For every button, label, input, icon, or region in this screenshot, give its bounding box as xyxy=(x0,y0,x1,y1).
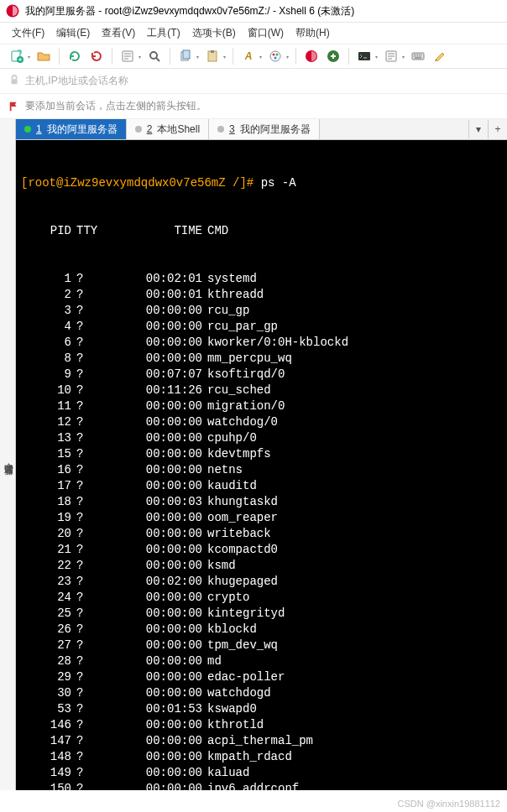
ps-cell-pid: 17 xyxy=(21,478,71,494)
session-tabs: 1 我的阿里服务器2 本地Shell3 我的阿里服务器 ▾ + xyxy=(16,119,507,140)
ps-cell-tty: ? xyxy=(71,542,110,558)
ps-row: 27?00:00:00tpm_dev_wq xyxy=(21,638,502,653)
new-session-icon[interactable] xyxy=(8,48,25,65)
prompt-user-host: [root@iZwz9evxymdqdwx0v7e56mZ /]# xyxy=(21,176,254,190)
terminal-icon[interactable] xyxy=(356,48,373,65)
tab-number: 1 xyxy=(36,123,42,135)
toolbar-separator xyxy=(59,48,60,65)
session-tab[interactable]: 2 本地Shell xyxy=(127,119,209,139)
ps-cell-cmd: kswapd0 xyxy=(202,701,257,717)
ps-cell-tty: ? xyxy=(71,494,110,510)
ps-cell-cmd: tpm_dev_wq xyxy=(202,638,278,653)
ps-row: 30?00:00:00watchdogd xyxy=(21,685,502,701)
menu-help[interactable]: 帮助(H) xyxy=(295,26,330,40)
main-panel: 1 我的阿里服务器2 本地Shell3 我的阿里服务器 ▾ + [root@iZ… xyxy=(16,119,507,790)
xftp-icon[interactable] xyxy=(325,48,342,65)
color-scheme-icon[interactable] xyxy=(267,48,284,65)
keyboard-icon[interactable] xyxy=(410,48,426,65)
search-icon[interactable] xyxy=(146,48,163,65)
paste-icon[interactable] xyxy=(204,48,221,65)
session-tab[interactable]: 1 我的阿里服务器 xyxy=(16,119,127,139)
session-tab[interactable]: 3 我的阿里服务器 xyxy=(209,119,320,139)
ps-col-tty: TTY xyxy=(71,223,110,239)
dropdown-arrow-icon[interactable]: ▾ xyxy=(28,54,30,60)
ps-cell-pid: 11 xyxy=(21,398,71,414)
ps-row: 15?00:00:00kdevtmpfs xyxy=(21,446,502,462)
ps-cell-tty: ? xyxy=(71,383,110,398)
properties-icon[interactable] xyxy=(119,48,136,65)
ps-cell-cmd: ipv6_addrconf xyxy=(202,781,299,790)
toolbar: ▾ ▾ ▾ ▾ A ▾ ▾ ▾ ▾ xyxy=(0,44,507,69)
ps-cell-time: 00:00:00 xyxy=(110,717,202,733)
workspace: 会话管理器 1 我的阿里服务器2 本地Shell3 我的阿里服务器 ▾ + [r… xyxy=(0,119,507,790)
ps-cell-pid: 148 xyxy=(21,749,71,765)
dropdown-arrow-icon[interactable]: ▾ xyxy=(375,54,378,60)
ps-cell-cmd: kblockd xyxy=(202,622,257,638)
menu-view[interactable]: 查看(V) xyxy=(102,26,135,40)
ps-cell-time: 00:01:53 xyxy=(110,701,202,717)
menu-tabs[interactable]: 选项卡(B) xyxy=(192,26,236,40)
dropdown-arrow-icon[interactable]: ▾ xyxy=(196,54,199,60)
toolbar-separator xyxy=(295,48,296,65)
ps-cell-cmd: ksmd xyxy=(202,558,236,574)
dropdown-arrow-icon[interactable]: ▾ xyxy=(286,54,289,60)
ps-row: 25?00:00:00kintegrityd xyxy=(21,606,502,622)
address-placeholder[interactable]: 主机,IP地址或会话名称 xyxy=(25,74,499,88)
open-session-icon[interactable] xyxy=(35,48,52,65)
ps-cell-time: 00:00:00 xyxy=(110,781,202,790)
ps-row: 19?00:00:00oom_reaper xyxy=(21,510,502,526)
window-title: 我的阿里服务器 - root@iZwz9evxymdqdwx0v7e56mZ:/… xyxy=(25,4,354,18)
dropdown-arrow-icon[interactable]: ▾ xyxy=(402,54,405,60)
dropdown-arrow-icon[interactable]: ▾ xyxy=(259,54,262,60)
ps-row: 1?00:02:01systemd xyxy=(21,271,502,287)
ps-header: PIDTTYTIMECMD xyxy=(21,223,502,239)
terminal-output[interactable]: [root@iZwz9evxymdqdwx0v7e56mZ /]# ps -A … xyxy=(16,140,507,790)
ps-cell-cmd: ksoftirqd/0 xyxy=(202,367,285,383)
ps-cell-time: 00:00:00 xyxy=(110,590,202,606)
ps-cell-pid: 26 xyxy=(21,622,71,638)
ps-cell-time: 00:00:00 xyxy=(110,733,202,749)
svg-point-11 xyxy=(276,54,279,56)
dropdown-arrow-icon[interactable]: ▾ xyxy=(223,54,226,60)
menu-file[interactable]: 文件(F) xyxy=(12,26,44,40)
toolbar-separator xyxy=(348,48,349,65)
tab-add-button[interactable]: + xyxy=(488,120,507,138)
menu-tools[interactable]: 工具(T) xyxy=(147,26,180,40)
toolbar-separator xyxy=(233,48,233,65)
ps-row: 150?00:00:00ipv6_addrconf xyxy=(21,781,502,790)
ps-cell-cmd: kintegrityd xyxy=(202,606,285,622)
ps-cell-tty: ? xyxy=(71,558,110,574)
session-manager-sidebar[interactable]: 会话管理器 xyxy=(0,119,16,790)
ps-cell-time: 00:00:00 xyxy=(110,430,202,446)
menu-window[interactable]: 窗口(W) xyxy=(248,26,284,40)
ps-cell-tty: ? xyxy=(71,653,110,669)
ps-cell-time: 00:00:00 xyxy=(110,335,202,351)
ps-cell-time: 00:00:00 xyxy=(110,622,202,638)
ps-cell-cmd: kauditd xyxy=(202,478,257,494)
dropdown-arrow-icon[interactable]: ▾ xyxy=(139,54,141,60)
highlight-icon[interactable] xyxy=(431,48,448,65)
reconnect-icon[interactable] xyxy=(66,48,83,65)
ps-cell-tty: ? xyxy=(71,622,110,638)
tab-list-dropdown[interactable]: ▾ xyxy=(468,120,488,138)
hintbar: 要添加当前会话，点击左侧的箭头按钮。 xyxy=(0,94,507,119)
ps-cell-pid: 146 xyxy=(21,717,71,733)
ps-cell-tty: ? xyxy=(71,749,110,765)
ps-cell-pid: 20 xyxy=(21,526,71,542)
ps-cell-time: 00:00:00 xyxy=(110,638,202,653)
disconnect-icon[interactable] xyxy=(88,48,105,65)
ps-row: 148?00:00:00kmpath_rdacd xyxy=(21,749,502,765)
ps-cell-tty: ? xyxy=(71,446,110,462)
ps-cell-tty: ? xyxy=(71,351,110,367)
copy-icon[interactable] xyxy=(177,48,194,65)
ps-cell-cmd: edac-poller xyxy=(202,669,285,685)
ps-cell-time: 00:00:00 xyxy=(110,510,202,526)
flag-icon xyxy=(8,101,20,112)
ps-row: 24?00:00:00crypto xyxy=(21,590,502,606)
xshell-icon[interactable] xyxy=(303,48,320,65)
ps-cell-pid: 4 xyxy=(21,319,71,335)
menu-edit[interactable]: 编辑(E) xyxy=(56,26,90,40)
ps-col-time: TIME xyxy=(110,223,202,239)
script-icon[interactable] xyxy=(383,48,400,65)
font-icon[interactable]: A xyxy=(240,48,257,65)
